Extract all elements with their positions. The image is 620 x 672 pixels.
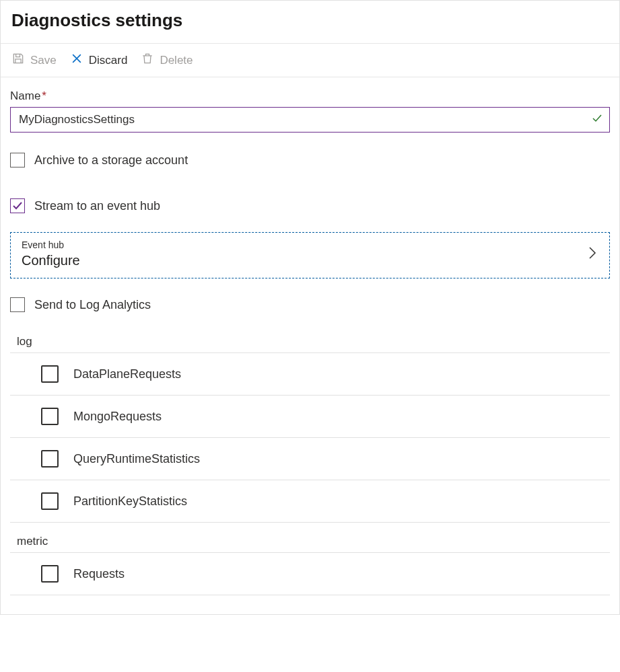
delete-label: Delete (160, 54, 193, 67)
name-label: Name* (10, 89, 610, 103)
list-item: DataPlaneRequests (10, 353, 610, 396)
checkmark-icon (592, 113, 602, 126)
log-item-checkbox[interactable] (41, 450, 59, 468)
log-item-label: PartitionKeyStatistics (73, 494, 187, 509)
log-analytics-checkbox[interactable] (10, 297, 25, 312)
log-item-checkbox[interactable] (41, 365, 59, 383)
metric-item-label: Requests (73, 567, 125, 581)
page-title: Diagnostics settings (11, 10, 609, 31)
list-item: QueryRuntimeStatistics (10, 438, 610, 480)
header: Diagnostics settings (1, 1, 619, 43)
save-icon (11, 52, 25, 69)
log-list: DataPlaneRequests MongoRequests QueryRun… (10, 352, 610, 523)
event-hub-caption: Event hub (22, 239, 80, 250)
archive-checkbox[interactable] (10, 153, 25, 167)
save-label: Save (30, 54, 57, 67)
log-item-label: QueryRuntimeStatistics (73, 452, 200, 466)
name-input[interactable] (18, 112, 585, 127)
log-item-label: DataPlaneRequests (73, 367, 181, 381)
log-analytics-option: Send to Log Analytics (10, 297, 610, 312)
content-area: Name* Archive to a storage account Strea… (1, 77, 619, 614)
save-button[interactable]: Save (11, 52, 57, 69)
trash-icon (141, 52, 154, 69)
metric-section-heading: metric (17, 535, 610, 548)
event-hub-text: Event hub Configure (22, 239, 80, 268)
log-item-checkbox[interactable] (41, 408, 59, 425)
archive-option: Archive to a storage account (10, 153, 610, 167)
list-item: MongoRequests (10, 396, 610, 438)
event-hub-action: Configure (22, 253, 80, 268)
discard-button[interactable]: Discard (70, 52, 128, 69)
list-item: PartitionKeyStatistics (10, 480, 610, 523)
log-item-checkbox[interactable] (41, 492, 59, 510)
stream-checkbox[interactable] (10, 198, 25, 213)
diagnostics-settings-panel: Diagnostics settings Save Discard (0, 0, 620, 615)
log-section-heading: log (17, 335, 610, 348)
required-asterisk: * (42, 89, 46, 102)
metric-list: Requests (10, 552, 610, 595)
toolbar: Save Discard Delete (1, 43, 619, 77)
archive-label: Archive to a storage account (34, 153, 188, 167)
log-item-label: MongoRequests (73, 410, 162, 424)
stream-option: Stream to an event hub (10, 198, 610, 213)
log-analytics-label: Send to Log Analytics (34, 298, 151, 312)
list-item: Requests (10, 553, 610, 595)
stream-label: Stream to an event hub (34, 199, 160, 213)
chevron-right-icon (588, 245, 597, 264)
event-hub-configure[interactable]: Event hub Configure (10, 232, 610, 278)
metric-item-checkbox[interactable] (41, 565, 59, 583)
delete-button[interactable]: Delete (141, 52, 193, 69)
discard-label: Discard (89, 54, 128, 67)
close-icon (70, 52, 83, 69)
name-input-wrapper (10, 107, 610, 133)
